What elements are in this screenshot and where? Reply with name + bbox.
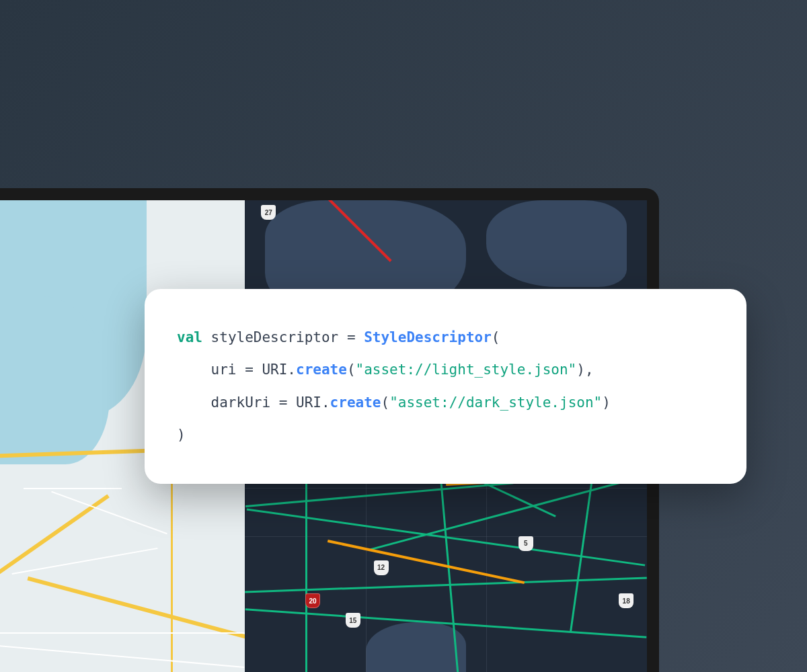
qualifier: = URI.: [237, 362, 297, 378]
code-line: ): [177, 419, 714, 451]
code-line: uri = URI.create("asset://light_style.js…: [177, 353, 714, 386]
string-literal: "asset://light_style.json": [356, 362, 577, 378]
traffic-road-moderate: [328, 539, 525, 583]
close-paren: ): [177, 427, 186, 443]
comma: ,: [585, 362, 594, 378]
route-shield: 15: [346, 613, 360, 628]
type-name: StyleDescriptor: [364, 329, 492, 345]
method-call: create: [296, 362, 347, 378]
operator: =: [338, 329, 364, 345]
street: [24, 488, 122, 489]
open-paren: (: [492, 329, 500, 345]
route-shield: 18: [619, 593, 633, 608]
route-shield-highway: 20: [305, 593, 320, 608]
traffic-road-clear: [370, 476, 642, 550]
keyword-val: val: [177, 329, 202, 345]
identifier: styleDescriptor: [211, 329, 339, 345]
code-line: val styleDescriptor = StyleDescriptor(: [177, 321, 714, 353]
param-name: darkUri: [211, 394, 271, 411]
code-line: darkUri = URI.create("asset://dark_style…: [177, 386, 714, 419]
water-body: [366, 622, 466, 672]
street: [51, 491, 167, 535]
route-shield: 27: [261, 205, 276, 220]
street: [12, 547, 158, 574]
water-body: [486, 200, 627, 287]
street: [0, 632, 245, 634]
param-name: uri: [211, 362, 237, 378]
route-shield: 5: [518, 536, 533, 551]
qualifier: = URI.: [270, 394, 330, 411]
route-shield: 12: [374, 560, 389, 575]
street: [0, 645, 245, 668]
major-road: [27, 577, 245, 644]
string-literal: "asset://dark_style.json": [389, 394, 602, 411]
code-snippet-card: val styleDescriptor = StyleDescriptor( u…: [145, 289, 746, 484]
method-call: create: [330, 394, 381, 411]
